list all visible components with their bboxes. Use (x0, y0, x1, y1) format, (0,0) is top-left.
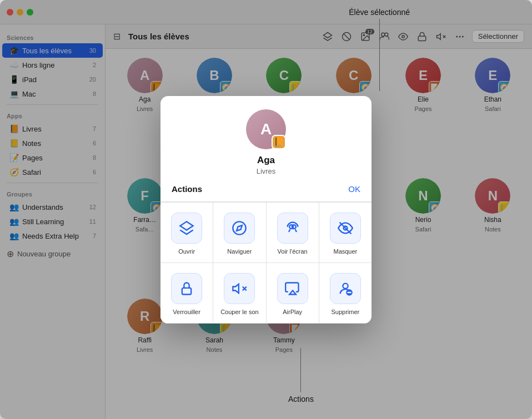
annotation-actions: Actions (288, 348, 314, 403)
annotation-eleve-label: Élève sélectionné (349, 8, 410, 17)
masquer-icon (330, 213, 361, 244)
svg-marker-17 (237, 225, 242, 231)
annotation-eleve-selectionne: Élève sélectionné (349, 8, 410, 91)
actions-modal: A 📙 Aga Livres Actions OK (160, 96, 372, 324)
modal-actions-title-row: Actions OK (160, 184, 372, 202)
action-voir-ecran[interactable]: Voir l'écran (267, 203, 319, 262)
modal-header: A 📙 Aga Livres (160, 96, 372, 184)
action-label-verrouiller: Verrouiller (173, 309, 200, 315)
modal-ok-button[interactable]: OK (348, 184, 360, 194)
naviguer-icon (224, 213, 255, 244)
action-label-couper-son: Couper le son (220, 309, 259, 315)
action-couper-son[interactable]: Couper le son (213, 263, 265, 323)
modal-student-name: Aga (172, 155, 360, 166)
couper-son-icon (224, 273, 255, 304)
ouvrir-icon (171, 213, 202, 244)
modal-actions-grid: Ouvrir Naviguer (160, 202, 372, 324)
action-airplay[interactable]: AirPlay (267, 263, 319, 323)
svg-point-16 (233, 221, 246, 234)
svg-line-21 (295, 229, 296, 232)
action-label-voir-ecran: Voir l'écran (278, 248, 308, 255)
modal-student-app: Livres (172, 167, 360, 175)
action-naviguer[interactable]: Naviguer (213, 203, 265, 262)
main-window: Sciences 🎓 Tous les élèves 30 ☁️ Hors li… (0, 0, 532, 419)
modal-app-badge: 📙 (272, 135, 286, 149)
modal-overlay[interactable]: Élève sélectionné A 📙 Aga Livres Actions… (0, 0, 532, 419)
annotation-actions-label: Actions (288, 395, 314, 403)
action-ouvrir[interactable]: Ouvrir (160, 203, 213, 262)
modal-actions-label: Actions (172, 184, 202, 194)
action-supprimer[interactable]: Supprimer (319, 263, 372, 323)
action-verrouiller[interactable]: Verrouiller (160, 263, 213, 323)
svg-marker-25 (233, 284, 239, 292)
svg-marker-15 (180, 221, 193, 230)
svg-marker-28 (289, 290, 296, 294)
modal-student-avatar: A 📙 (246, 109, 286, 149)
svg-rect-24 (182, 287, 191, 294)
action-label-masquer: Masquer (333, 248, 357, 255)
airplay-icon (277, 273, 308, 304)
action-label-ouvrir: Ouvrir (178, 248, 195, 255)
action-label-airplay: AirPlay (283, 309, 302, 315)
supprimer-icon (330, 273, 361, 304)
action-label-supprimer: Supprimer (332, 309, 360, 315)
action-masquer[interactable]: Masquer (319, 203, 372, 262)
verrouiller-icon (171, 273, 202, 304)
action-label-naviguer: Naviguer (227, 248, 252, 255)
voir-ecran-icon (277, 213, 308, 244)
svg-point-29 (343, 283, 348, 288)
svg-line-20 (289, 229, 290, 232)
